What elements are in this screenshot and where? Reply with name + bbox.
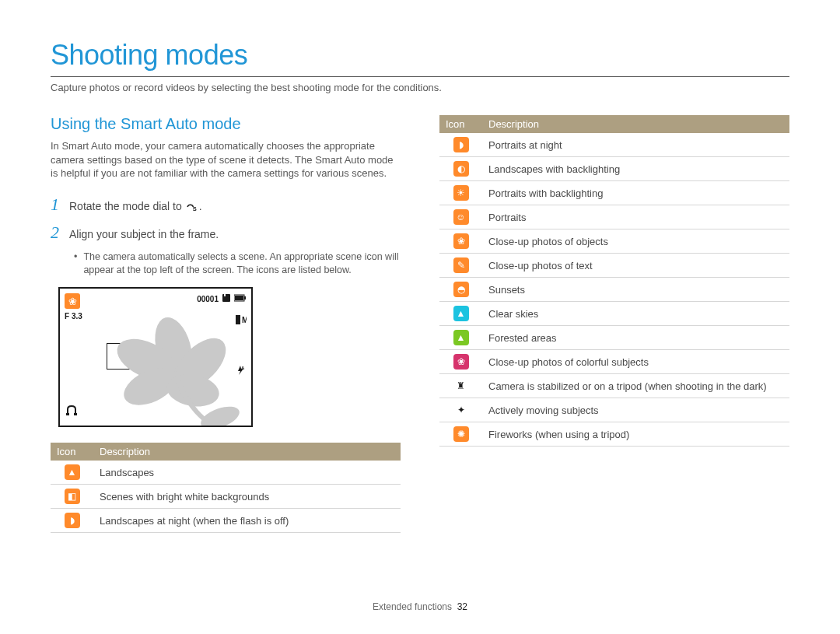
- table-row: ♜Camera is stabilized or on a tripod (wh…: [439, 374, 789, 398]
- table-row: ◐Landscapes with backlighting: [439, 157, 789, 181]
- portrait-icon: ☺: [439, 205, 482, 229]
- step-text: Align your subject in the frame.: [69, 228, 219, 240]
- step-num: 1: [51, 194, 61, 215]
- table-row: ❀Close-up photos of colorful subjects: [439, 350, 789, 374]
- col-desc: Description: [482, 115, 789, 133]
- table-row: ◧Scenes with bright white backgrounds: [51, 485, 401, 509]
- table-row: ☺Portraits: [439, 205, 789, 229]
- step-2: 2 Align your subject in the frame.: [51, 222, 401, 243]
- icon-table-right: Icon Description ◗Portraits at night◐Lan…: [439, 115, 789, 447]
- col-icon: Icon: [439, 115, 482, 133]
- table-row: ▲Clear skies: [439, 302, 789, 326]
- icon-description: Close-up photos of colorful subjects: [482, 350, 789, 374]
- left-column: Using the Smart Auto mode In Smart Auto …: [51, 115, 401, 533]
- white-bg-icon: ◧: [51, 485, 93, 509]
- tripod-icon: ♜: [439, 374, 482, 398]
- step-text: Rotate the mode dial to S .: [69, 200, 202, 212]
- step-2-sub: • The camera automatically selects a sce…: [74, 250, 401, 277]
- table-row: ✦Actively moving subjects: [439, 398, 789, 422]
- table-row: ◓Sunsets: [439, 278, 789, 302]
- svg-text:S: S: [192, 205, 196, 212]
- page-footer: Extended functions 32: [51, 601, 789, 612]
- icon-description: Landscapes: [93, 461, 401, 485]
- bullet-dot: •: [74, 250, 77, 277]
- steps-list: 1 Rotate the mode dial to S . 2 Align yo…: [51, 194, 401, 243]
- icon-description: Portraits with backlighting: [482, 181, 789, 205]
- icon-description: Close-up photos of objects: [482, 229, 789, 254]
- camera-screen-preview: ❀ F 3.3 00001 M A: [58, 287, 253, 427]
- sunset-icon: ◓: [439, 278, 482, 302]
- right-column: Icon Description ◗Portraits at night◐Lan…: [439, 115, 789, 533]
- icon-description: Camera is stabilized or on a tripod (whe…: [482, 374, 789, 398]
- forest-icon: ▲: [439, 326, 482, 350]
- smart-auto-icon: S: [185, 201, 199, 212]
- aperture-value: F 3.3: [65, 312, 82, 321]
- table-row: ▲Forested areas: [439, 326, 789, 350]
- section-heading: Using the Smart Auto mode: [51, 115, 401, 133]
- col-desc: Description: [93, 443, 401, 461]
- table-row: ◗Portraits at night: [439, 133, 789, 157]
- macro-text-icon: ✎: [439, 254, 482, 278]
- svg-rect-10: [74, 413, 77, 415]
- icon-description: Scenes with bright white backgrounds: [93, 485, 401, 509]
- title-rule: [51, 76, 789, 77]
- page-title: Shooting modes: [51, 39, 789, 72]
- icon-description: Forested areas: [482, 326, 789, 350]
- icon-description: Portraits: [482, 205, 789, 229]
- step-num: 2: [51, 222, 61, 243]
- macro-color-icon: ❀: [439, 350, 482, 374]
- col-icon: Icon: [51, 443, 93, 461]
- page-subtitle: Capture photos or record videos by selec…: [51, 82, 789, 93]
- icon-table-left: Icon Description ▲Landscapes◧Scenes with…: [51, 443, 401, 533]
- table-row: ✺Fireworks (when using a tripod): [439, 422, 789, 447]
- table-row: ☀Portraits with backlighting: [439, 181, 789, 205]
- svg-rect-4: [244, 296, 246, 299]
- svg-rect-9: [66, 413, 69, 415]
- fireworks-icon: ✺: [439, 422, 482, 447]
- icon-description: Portraits at night: [482, 133, 789, 157]
- icon-description: Close-up photos of text: [482, 254, 789, 278]
- step-1: 1 Rotate the mode dial to S .: [51, 194, 401, 215]
- icon-description: Actively moving subjects: [482, 398, 789, 422]
- action-icon: ✦: [439, 398, 482, 422]
- table-row: ◗Landscapes at night (when the flash is …: [51, 509, 401, 533]
- backlit-portrait-icon: ☀: [439, 181, 482, 205]
- macro-object-icon: ❀: [439, 229, 482, 254]
- icon-description: Sunsets: [482, 278, 789, 302]
- step-1-tail: .: [199, 200, 202, 212]
- table-row: ✎Close-up photos of text: [439, 254, 789, 278]
- footer-section: Extended functions: [373, 601, 452, 612]
- night-landscape-icon: ◗: [51, 509, 93, 533]
- table-row: ▲Landscapes: [51, 461, 401, 485]
- icon-description: Landscapes at night (when the flash is o…: [93, 509, 401, 533]
- macro-flower-icon: ❀: [65, 293, 80, 309]
- icon-description: Landscapes with backlighting: [482, 157, 789, 181]
- backlit-landscape-icon: ◐: [439, 157, 482, 181]
- svg-rect-5: [235, 296, 243, 300]
- clear-sky-icon: ▲: [439, 302, 482, 326]
- flower-illustration: [103, 301, 243, 426]
- landscape-icon: ▲: [51, 461, 93, 485]
- page-number: 32: [457, 601, 467, 612]
- svg-rect-2: [224, 294, 226, 296]
- ois-icon: [65, 403, 79, 419]
- step-1-text-part: Rotate the mode dial to: [69, 200, 185, 212]
- icon-description: Clear skies: [482, 302, 789, 326]
- step-2-sub-text: The camera automatically selects a scene…: [83, 250, 401, 277]
- section-body: In Smart Auto mode, your camera automati…: [51, 139, 401, 180]
- table-row: ❀Close-up photos of objects: [439, 229, 789, 254]
- icon-description: Fireworks (when using a tripod): [482, 422, 789, 447]
- night-portrait-icon: ◗: [439, 133, 482, 157]
